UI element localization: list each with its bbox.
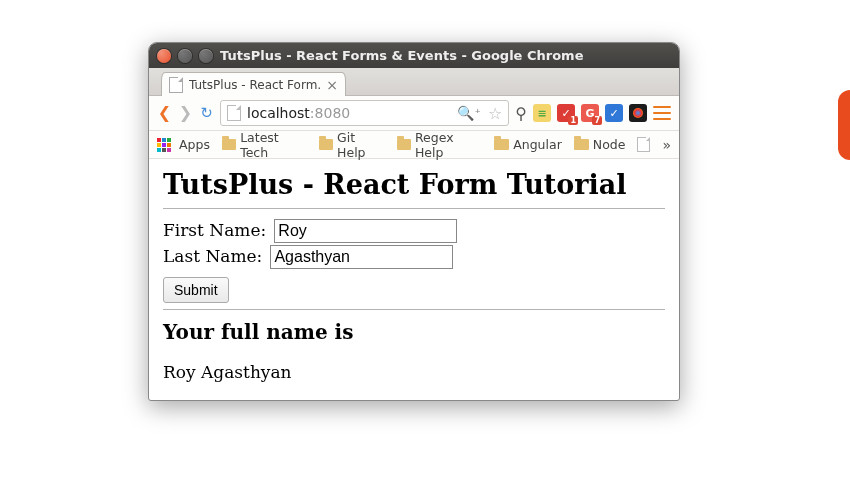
url-host: localhost (247, 105, 310, 121)
page-heading: TutsPlus - React Form Tutorial (163, 169, 665, 200)
apps-label: Apps (179, 137, 210, 152)
bookmark-overflow-item[interactable] (637, 137, 650, 152)
page-body: TutsPlus - React Form Tutorial First Nam… (149, 159, 679, 400)
folder-icon (319, 139, 333, 150)
zoom-icon[interactable]: 🔍⁺ (457, 105, 482, 121)
window-minimize-button[interactable] (178, 49, 192, 63)
apps-button[interactable]: Apps (157, 137, 210, 152)
url-port: :8080 (310, 105, 350, 121)
bookmark-git-help[interactable]: Git Help (319, 130, 385, 160)
toolbar: ❮ ❯ ↻ localhost :8080 🔍⁺ ☆ ⚲ ≡ ✓1 G7 ✓ (149, 96, 679, 131)
result-heading: Your full name is (163, 320, 665, 344)
bookmarks-overflow-button[interactable]: » (662, 137, 671, 153)
submit-button[interactable]: Submit (163, 277, 229, 303)
badge: 7 (592, 116, 602, 125)
browser-window: TutsPlus - React Forms & Events - Google… (148, 42, 680, 401)
folder-icon (574, 139, 589, 150)
last-name-input[interactable] (270, 245, 453, 269)
nav-forward-button[interactable]: ❯ (178, 105, 193, 121)
apps-icon (157, 138, 171, 152)
badge: 1 (568, 116, 578, 125)
color-swirl-icon (633, 108, 643, 118)
chrome-menu-button[interactable] (653, 106, 671, 120)
folder-icon (397, 139, 411, 150)
tab-close-icon[interactable]: × (326, 77, 338, 93)
first-name-label: First Name: (163, 220, 266, 240)
folder-icon (494, 139, 509, 150)
bookmark-angular[interactable]: Angular (494, 137, 562, 152)
window-close-button[interactable] (157, 49, 171, 63)
site-icon (227, 105, 241, 121)
window-maximize-button[interactable] (199, 49, 213, 63)
folder-icon (222, 139, 236, 150)
result-fullname: Roy Agasthyan (163, 362, 665, 382)
ext-grammarly-icon[interactable]: G7 (581, 104, 599, 122)
background-peek (838, 90, 850, 160)
window-title: TutsPlus - React Forms & Events - Google… (220, 48, 583, 63)
page-icon (637, 137, 650, 152)
window-titlebar: TutsPlus - React Forms & Events - Google… (149, 43, 679, 68)
address-bar[interactable]: localhost :8080 🔍⁺ ☆ (220, 100, 509, 126)
bookmark-star-icon[interactable]: ☆ (488, 104, 502, 123)
ext-todoist-icon[interactable]: ✓1 (557, 104, 575, 122)
bookmark-node[interactable]: Node (574, 137, 626, 152)
tab-title: TutsPlus - React Form… (189, 78, 322, 92)
eyedropper-icon[interactable]: ⚲ (515, 104, 527, 123)
ext-check-icon[interactable]: ✓ (605, 104, 623, 122)
last-name-label: Last Name: (163, 246, 262, 266)
page-icon (169, 77, 183, 93)
nav-back-button[interactable]: ❮ (157, 105, 172, 121)
bookmark-regex-help[interactable]: Regex Help (397, 130, 482, 160)
bookmarks-bar: Apps Latest Tech Git Help Regex Help Ang… (149, 131, 679, 159)
tab-strip: TutsPlus - React Form… × (149, 68, 679, 96)
divider (163, 208, 665, 209)
ext-notes-icon[interactable]: ≡ (533, 104, 551, 122)
ext-dark-icon[interactable] (629, 104, 647, 122)
divider (163, 309, 665, 310)
nav-reload-button[interactable]: ↻ (199, 106, 214, 121)
first-name-input[interactable] (274, 219, 457, 243)
browser-tab[interactable]: TutsPlus - React Form… × (161, 72, 346, 96)
bookmark-latest-tech[interactable]: Latest Tech (222, 130, 307, 160)
